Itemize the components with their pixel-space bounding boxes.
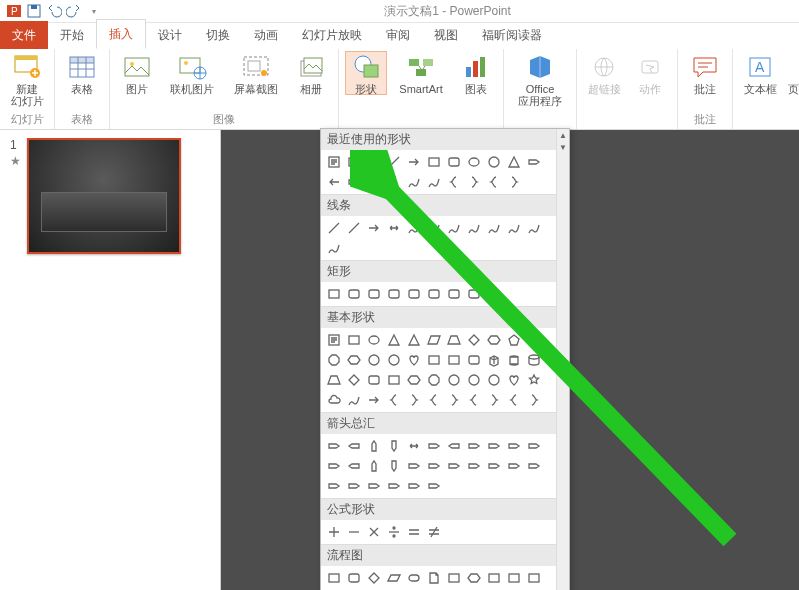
shape-hex[interactable] xyxy=(345,351,363,369)
new-slide-button[interactable]: 新建 幻灯片 xyxy=(6,51,48,107)
shape-brace2[interactable] xyxy=(505,173,523,191)
shape-term[interactable] xyxy=(405,569,423,587)
shape-blockA[interactable] xyxy=(405,477,423,495)
shape-arrow[interactable] xyxy=(405,153,423,171)
tab-transitions[interactable]: 切换 xyxy=(194,21,242,49)
shape-blockA[interactable] xyxy=(505,457,523,475)
shape-larrow[interactable] xyxy=(325,173,343,191)
tab-review[interactable]: 审阅 xyxy=(374,21,422,49)
shape-brace2[interactable] xyxy=(405,391,423,409)
shape-curve[interactable] xyxy=(445,219,463,237)
shape-blockU[interactable] xyxy=(365,457,383,475)
shape-arrow[interactable] xyxy=(365,391,383,409)
picture-button[interactable]: 图片 xyxy=(116,51,158,95)
shape-blockA[interactable] xyxy=(525,153,543,171)
shape-curve[interactable] xyxy=(405,173,423,191)
shape-rrect[interactable] xyxy=(465,285,483,303)
shape-blockA[interactable] xyxy=(465,437,483,455)
shape-rect[interactable] xyxy=(445,351,463,369)
shape-rrect[interactable] xyxy=(425,285,443,303)
shape-brace2[interactable] xyxy=(445,391,463,409)
shape-trap[interactable] xyxy=(445,331,463,349)
shape-circ[interactable] xyxy=(445,371,463,389)
shape-rrect[interactable] xyxy=(485,285,503,303)
shape-curve[interactable] xyxy=(325,239,343,257)
shape-blockA[interactable] xyxy=(525,457,543,475)
screenshot-button[interactable]: 屏幕截图 xyxy=(226,51,286,95)
tab-file[interactable]: 文件 xyxy=(0,21,48,49)
shape-blockL[interactable] xyxy=(345,457,363,475)
shape-ell[interactable] xyxy=(465,153,483,171)
shape-blockA[interactable] xyxy=(485,437,503,455)
shape-rect[interactable] xyxy=(325,569,343,587)
tab-slideshow[interactable]: 幻灯片放映 xyxy=(290,21,374,49)
shape-rect[interactable] xyxy=(445,569,463,587)
shape-curve[interactable] xyxy=(425,219,443,237)
tab-design[interactable]: 设计 xyxy=(146,21,194,49)
shape-blockA[interactable] xyxy=(325,477,343,495)
scroll-up-icon[interactable]: ▲ xyxy=(557,129,569,141)
shape-blockA[interactable] xyxy=(365,477,383,495)
shape-rect[interactable] xyxy=(385,371,403,389)
shape-brace[interactable] xyxy=(385,391,403,409)
shape-pent[interactable] xyxy=(505,331,523,349)
table-button[interactable]: 表格 xyxy=(61,51,103,95)
shape-oct[interactable] xyxy=(425,371,443,389)
shape-circ[interactable] xyxy=(465,371,483,389)
shape-rect[interactable] xyxy=(485,569,503,587)
scroll-down-icon[interactable]: ▼ xyxy=(557,141,569,153)
shape-rrect[interactable] xyxy=(465,351,483,369)
shape-blockD[interactable] xyxy=(385,457,403,475)
shape-blockA[interactable] xyxy=(465,457,483,475)
qat-dropdown-icon[interactable]: ▾ xyxy=(86,3,102,19)
shape-blockA[interactable] xyxy=(425,477,443,495)
shape-line[interactable] xyxy=(385,153,403,171)
slide-thumbnail-1[interactable]: 1 ★ xyxy=(10,138,210,254)
shape-brace[interactable] xyxy=(445,173,463,191)
shape-heart[interactable] xyxy=(505,371,523,389)
shape-blockA[interactable] xyxy=(385,477,403,495)
shape-rect[interactable] xyxy=(325,285,343,303)
tab-insert[interactable]: 插入 xyxy=(96,19,146,49)
tab-home[interactable]: 开始 xyxy=(48,21,96,49)
shape-heart[interactable] xyxy=(405,351,423,369)
shapes-scrollbar[interactable]: ▲ ▼ xyxy=(556,129,569,590)
shape-circ[interactable] xyxy=(365,351,383,369)
shape-diam[interactable] xyxy=(345,371,363,389)
shape-blockL[interactable] xyxy=(345,437,363,455)
shape-circ[interactable] xyxy=(385,351,403,369)
chart-button[interactable]: 图表 xyxy=(455,51,497,95)
shape-darrow[interactable] xyxy=(385,219,403,237)
shape-blockL[interactable] xyxy=(445,437,463,455)
tab-animations[interactable]: 动画 xyxy=(242,21,290,49)
shape-oct[interactable] xyxy=(525,331,543,349)
shape-plus[interactable] xyxy=(325,523,343,541)
shape-div[interactable] xyxy=(385,523,403,541)
shape-brace2[interactable] xyxy=(485,391,503,409)
shape-cube[interactable] xyxy=(485,351,503,369)
shape-trap[interactable] xyxy=(325,371,343,389)
shape-diam[interactable] xyxy=(465,331,483,349)
shape-brace[interactable] xyxy=(385,173,403,191)
shape-rrect[interactable] xyxy=(365,371,383,389)
shape-curve[interactable] xyxy=(405,219,423,237)
shape-brace[interactable] xyxy=(485,173,503,191)
shape-hex[interactable] xyxy=(485,331,503,349)
shape-blockA[interactable] xyxy=(425,457,443,475)
shape-tri[interactable] xyxy=(385,331,403,349)
shape-hex[interactable] xyxy=(405,371,423,389)
shape-brace2[interactable] xyxy=(525,391,543,409)
shape-blockA[interactable] xyxy=(405,457,423,475)
headerfooter-button[interactable]: 页眉和页脚 xyxy=(785,51,799,95)
shape-line[interactable] xyxy=(345,219,363,237)
shape-tri[interactable] xyxy=(505,153,523,171)
shape-curve[interactable] xyxy=(465,219,483,237)
undo-icon[interactable] xyxy=(46,3,62,19)
shape-arrow[interactable] xyxy=(365,219,383,237)
shape-cloud[interactable] xyxy=(325,391,343,409)
shape-rrect[interactable] xyxy=(445,285,463,303)
shape-decision[interactable] xyxy=(365,569,383,587)
shape-io[interactable] xyxy=(385,569,403,587)
shape-blockA[interactable] xyxy=(445,457,463,475)
smartart-button[interactable]: SmartArt xyxy=(391,51,451,95)
